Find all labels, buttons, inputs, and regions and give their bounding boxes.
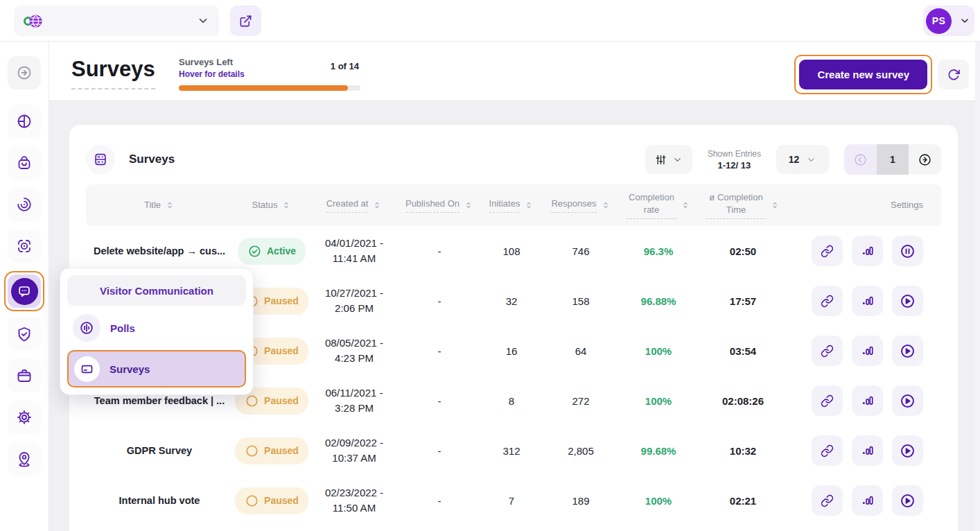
pause-play-button[interactable] bbox=[892, 236, 923, 266]
shown-entries: Shown Entries 1-12/ 13 bbox=[708, 149, 761, 171]
popup-header: Visitor Communication bbox=[67, 275, 246, 306]
results-button[interactable] bbox=[852, 236, 883, 266]
paused-circle-icon bbox=[245, 444, 259, 458]
map-pin-icon bbox=[16, 451, 33, 467]
card-title: Surveys bbox=[129, 153, 175, 166]
pause-play-button[interactable] bbox=[892, 385, 923, 416]
shown-entries-label: Shown Entries bbox=[708, 149, 761, 159]
play-circle-icon bbox=[900, 443, 916, 459]
copy-link-button[interactable] bbox=[812, 336, 843, 366]
column-header-title[interactable]: Title bbox=[86, 199, 233, 211]
survey-title: Internal hub vote bbox=[86, 495, 233, 506]
results-button[interactable] bbox=[852, 485, 883, 516]
avatar: PS bbox=[926, 8, 952, 34]
sidebar-item-inbox[interactable] bbox=[8, 146, 41, 180]
next-page-button[interactable] bbox=[909, 144, 941, 175]
play-circle-icon bbox=[900, 393, 916, 409]
pause-play-button[interactable] bbox=[892, 485, 923, 516]
results-button[interactable] bbox=[852, 435, 883, 466]
completion-rate-cell: 96.3% bbox=[620, 245, 697, 257]
created-at-cell: 04/01/2021 - 11:41 AM bbox=[310, 236, 398, 266]
published-on-cell: - bbox=[398, 295, 481, 307]
page-number-button[interactable]: 1 bbox=[877, 144, 909, 175]
completion-rate-cell: 100% bbox=[620, 345, 697, 357]
sidebar-item-location[interactable] bbox=[8, 442, 41, 476]
sidebar-item-workspace[interactable] bbox=[8, 359, 41, 392]
collapse-icon bbox=[16, 64, 33, 81]
settings-cell bbox=[789, 336, 941, 366]
settings-cell bbox=[789, 385, 941, 416]
sidebar-item-privacy[interactable] bbox=[8, 317, 41, 351]
copy-link-button[interactable] bbox=[812, 236, 843, 266]
arrow-circle-right-icon bbox=[918, 153, 932, 167]
copy-link-button[interactable] bbox=[812, 435, 843, 466]
copy-link-button[interactable] bbox=[812, 286, 843, 316]
bar-chart-icon bbox=[861, 444, 875, 458]
results-button[interactable] bbox=[852, 385, 883, 416]
create-new-survey-button[interactable]: Create new survey bbox=[799, 60, 927, 89]
page-size-value: 12 bbox=[789, 154, 800, 165]
refresh-button[interactable] bbox=[938, 60, 969, 89]
column-header-responses[interactable]: Responses bbox=[542, 198, 620, 213]
menu-item-polls[interactable]: Polls bbox=[67, 311, 246, 345]
column-header-published-on[interactable]: Published On bbox=[398, 198, 481, 213]
surveys-quota: Surveys Left Hover for details 1 of 14 bbox=[179, 57, 360, 91]
open-external-button[interactable] bbox=[230, 6, 261, 36]
results-button[interactable] bbox=[852, 336, 883, 366]
completion-time-cell: 17:57 bbox=[697, 295, 789, 307]
initiates-cell: 312 bbox=[481, 445, 542, 457]
completion-rate-cell: 96.88% bbox=[620, 295, 697, 307]
published-on-cell: - bbox=[398, 445, 481, 457]
chat-bubble-icon bbox=[17, 284, 32, 299]
responses-cell: 189 bbox=[542, 495, 620, 507]
sidebar-item-visitor-communication-active[interactable] bbox=[4, 271, 44, 311]
survey-card-icon bbox=[80, 362, 94, 376]
table-row[interactable]: Internal hub vote Paused 02/23/2022 - 11… bbox=[86, 476, 941, 525]
column-header-completion-rate[interactable]: Completion rate bbox=[620, 191, 697, 218]
check-circle-icon bbox=[247, 244, 262, 259]
column-header-completion-time[interactable]: ø Completion Time bbox=[697, 191, 789, 218]
sidebar-item-settings[interactable] bbox=[8, 401, 41, 434]
pie-chart-icon bbox=[16, 113, 33, 130]
page-header: Surveys Surveys Left Hover for details 1… bbox=[49, 42, 980, 101]
settings-cell bbox=[789, 286, 941, 316]
sidebar-item-targeting[interactable] bbox=[8, 229, 41, 263]
page-size-select[interactable]: 12 bbox=[776, 145, 829, 174]
window-scrollbar[interactable] bbox=[975, 42, 980, 531]
shield-check-icon bbox=[16, 326, 33, 342]
sidebar-item-collapse[interactable] bbox=[8, 56, 41, 89]
copy-link-button[interactable] bbox=[812, 485, 843, 516]
filter-button[interactable] bbox=[645, 145, 692, 174]
column-header-status[interactable]: Status bbox=[233, 199, 310, 211]
survey-title: Team member feedback | ... bbox=[86, 395, 233, 406]
page-title: Surveys bbox=[71, 57, 155, 89]
initiates-cell: 16 bbox=[481, 345, 542, 357]
initiates-cell: 7 bbox=[481, 495, 542, 507]
table-row[interactable]: GDPR Survey Paused 02/09/2022 - 10:37 AM… bbox=[86, 426, 941, 476]
user-menu[interactable]: PS bbox=[923, 6, 974, 36]
responses-cell: 64 bbox=[542, 345, 620, 357]
menu-item-surveys[interactable]: Surveys bbox=[67, 350, 246, 388]
pause-play-button[interactable] bbox=[892, 435, 923, 466]
play-circle-icon bbox=[900, 343, 916, 359]
pause-play-button[interactable] bbox=[892, 336, 923, 366]
quota-progress-bar bbox=[179, 85, 360, 91]
sidebar-item-reports[interactable] bbox=[8, 105, 41, 138]
initiates-cell: 8 bbox=[481, 395, 542, 407]
sort-icon bbox=[281, 200, 291, 210]
published-on-cell: - bbox=[398, 345, 481, 357]
swirl-icon bbox=[16, 196, 33, 213]
sidebar-item-sessions[interactable] bbox=[8, 188, 41, 221]
previous-page-button[interactable] bbox=[844, 144, 877, 175]
results-button[interactable] bbox=[852, 286, 883, 316]
copy-link-button[interactable] bbox=[812, 385, 843, 416]
completion-rate-cell: 100% bbox=[620, 495, 697, 507]
column-header-initiates[interactable]: Initiates bbox=[481, 198, 542, 213]
published-on-cell: - bbox=[398, 495, 481, 507]
bar-chart-icon bbox=[861, 494, 875, 507]
pause-play-button[interactable] bbox=[892, 286, 923, 316]
workspace-selector[interactable] bbox=[14, 6, 219, 36]
link-icon bbox=[821, 295, 834, 308]
sort-icon bbox=[165, 200, 175, 210]
column-header-created-at[interactable]: Created at bbox=[310, 198, 398, 213]
